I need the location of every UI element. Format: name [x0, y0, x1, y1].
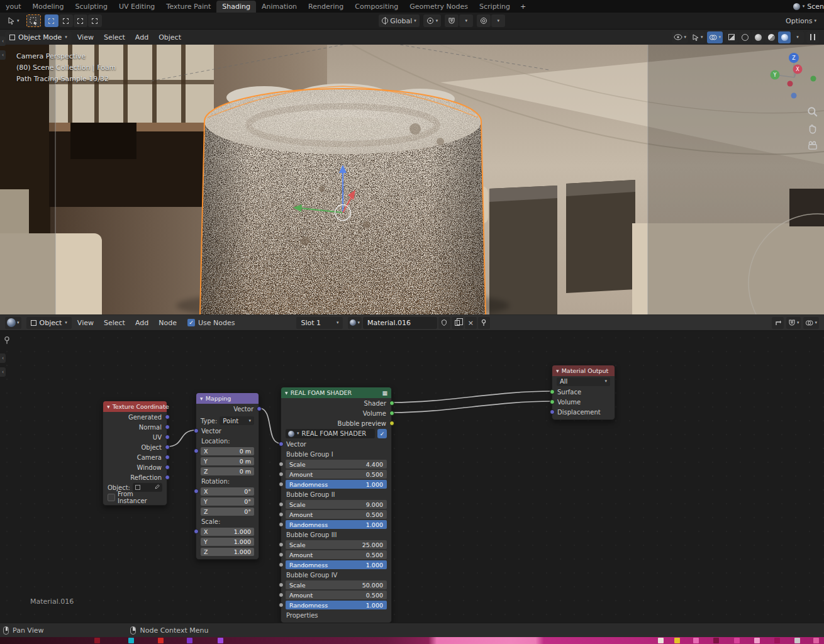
mode-selector[interactable]: Object Mode ▾ — [5, 31, 72, 43]
duplicate-material-button[interactable] — [452, 317, 464, 329]
taskbar-icon[interactable] — [693, 638, 699, 643]
shading-options-dropdown[interactable]: ▾ — [791, 31, 804, 43]
menu-view[interactable]: View — [73, 319, 98, 327]
eyedropper-icon[interactable] — [153, 484, 160, 491]
socket-value-input[interactable] — [279, 602, 284, 608]
pin-icon[interactable] — [3, 336, 11, 345]
socket-vector-output[interactable] — [165, 455, 170, 460]
gizmos-dropdown[interactable]: ▾ — [691, 31, 705, 43]
pan-hand-icon[interactable] — [807, 123, 818, 135]
collapse-icon[interactable]: ▼ — [556, 369, 559, 373]
header-overflow-icon[interactable] — [806, 31, 819, 43]
taskbar-icon[interactable] — [658, 638, 664, 643]
material-name-field[interactable]: Material.016 — [363, 317, 437, 329]
socket-value-input[interactable] — [279, 582, 284, 587]
taskbar-icon[interactable] — [218, 638, 223, 643]
workspace-tab-animation[interactable]: Animation — [256, 1, 303, 13]
workspace-tab-sculpting[interactable]: Sculpting — [70, 1, 113, 13]
rotation-x-field[interactable]: X0° — [201, 487, 254, 496]
camera-view-icon[interactable] — [807, 140, 818, 152]
socket-value-input[interactable] — [279, 502, 284, 507]
socket-value-input[interactable] — [279, 472, 284, 477]
node-editor[interactable]: ▼ Texture Coordinate Generated Normal UV… — [0, 331, 824, 623]
node-header[interactable]: ▼ Material Output — [552, 365, 615, 376]
location-x-field[interactable]: X0 m — [201, 447, 254, 455]
menu-view[interactable]: View — [73, 33, 98, 42]
mapping-type-dropdown[interactable]: Point ▾ — [220, 416, 254, 425]
shading-solid-button[interactable] — [752, 31, 764, 43]
fake-user-shield-button[interactable] — [438, 317, 450, 329]
use-nodes-checkbox[interactable]: ✓ — [187, 319, 195, 326]
transform-orientation-dropdown[interactable]: Global ▾ — [379, 14, 420, 27]
socket-vector-output[interactable] — [165, 425, 170, 430]
select-mode-intersect-button[interactable] — [88, 14, 102, 27]
socket-value-input[interactable] — [279, 562, 284, 567]
bg1-amount-slider[interactable]: Amount0.500 — [286, 470, 387, 479]
sidebar-collapse-tab[interactable]: ‹ — [0, 367, 6, 377]
socket-vector-output[interactable] — [165, 465, 170, 470]
taskbar-icon[interactable] — [94, 638, 100, 643]
taskbar-icon[interactable] — [734, 638, 740, 643]
node-header[interactable]: ▼ REAL FOAM SHADER ▦ — [281, 387, 391, 398]
bg2-amount-slider[interactable]: Amount0.500 — [286, 510, 387, 519]
shading-wireframe-button[interactable] — [738, 31, 751, 43]
output-target-dropdown[interactable]: All ▾ — [557, 377, 610, 386]
socket-volume-output[interactable] — [389, 411, 394, 416]
scale-y-field[interactable]: Y1.000 — [201, 538, 254, 546]
toolbar-collapse-tab[interactable]: ‹ — [0, 36, 6, 46]
taskbar-icon[interactable] — [128, 638, 134, 643]
taskbar-icon[interactable] — [774, 638, 780, 643]
select-box-tool-button[interactable] — [26, 14, 41, 27]
taskbar-icon[interactable] — [754, 638, 760, 643]
socket-vector-output[interactable] — [165, 414, 170, 419]
pivot-point-dropdown[interactable]: ▾ — [423, 14, 442, 27]
use-nodes-toggle[interactable]: ✓ Use Nodes — [187, 319, 235, 327]
bg3-scale-slider[interactable]: Scale25.000 — [286, 540, 387, 549]
taskbar-icon[interactable] — [674, 638, 680, 643]
node-header[interactable]: ▼ Texture Coordinate — [103, 401, 167, 412]
socket-value-input[interactable] — [279, 592, 284, 597]
taskbar-icon[interactable] — [794, 638, 800, 643]
pin-button[interactable] — [478, 317, 490, 329]
socket-value-input[interactable] — [279, 522, 284, 527]
collapse-icon[interactable]: ▼ — [107, 404, 110, 409]
rendered-scene-image[interactable] — [0, 45, 824, 314]
socket-value-input[interactable] — [279, 542, 284, 547]
editor-overlays-dropdown[interactable]: ▾ — [803, 317, 819, 329]
socket-vector-input[interactable] — [194, 428, 199, 433]
socket-vector-output[interactable] — [165, 475, 170, 480]
taskbar-icon[interactable] — [158, 638, 164, 643]
menu-node[interactable]: Node — [154, 319, 181, 327]
socket-rotation-input[interactable] — [194, 489, 199, 494]
overlays-dropdown[interactable]: ▾ — [707, 31, 723, 43]
taskbar-icon[interactable] — [187, 638, 192, 643]
menu-add[interactable]: Add — [131, 319, 153, 327]
socket-scale-input[interactable] — [194, 529, 199, 534]
select-mode-new-button[interactable] — [45, 14, 58, 27]
from-instancer-checkbox[interactable] — [108, 494, 115, 501]
bg2-randomness-slider[interactable]: Randomness1.000 — [286, 520, 387, 529]
menu-add[interactable]: Add — [131, 33, 153, 42]
snap-toggle-button[interactable] — [445, 14, 459, 27]
proportional-falloff-dropdown[interactable]: ▾ — [491, 14, 505, 27]
viewport-3d[interactable]: Object Mode ▾ View Select Add Object ▾ ▾… — [0, 30, 824, 314]
material-slot-dropdown[interactable]: Slot 1 ▾ — [296, 317, 343, 329]
select-mode-extend-button[interactable] — [59, 14, 73, 27]
sidebar-collapse-tab[interactable]: ‹ — [0, 50, 6, 60]
location-z-field[interactable]: Z0 m — [201, 467, 254, 475]
socket-vector-output[interactable] — [165, 435, 170, 440]
unlink-material-button[interactable]: × — [465, 317, 477, 329]
socket-value-input[interactable] — [279, 552, 284, 557]
node-header[interactable]: ▼ Mapping — [196, 393, 259, 404]
show-hide-dropdown[interactable]: ▾ — [672, 31, 688, 43]
sidebar-collapse-tab[interactable]: ‹ — [0, 353, 6, 363]
socket-color-output[interactable] — [389, 421, 394, 426]
select-mode-subtract-button[interactable] — [74, 14, 87, 27]
node-material-output[interactable]: ▼ Material Output All ▾ Surface Volume D… — [552, 365, 615, 420]
active-tool-dropdown[interactable]: ▾ — [4, 14, 23, 27]
socket-location-input[interactable] — [194, 448, 199, 453]
navigation-axis-gizmo[interactable]: Z X Y — [770, 52, 820, 105]
rotation-z-field[interactable]: Z0° — [201, 508, 254, 516]
bg1-randomness-slider[interactable]: Randomness1.000 — [286, 480, 387, 489]
workspace-tab-layout[interactable]: yout — [0, 1, 27, 13]
